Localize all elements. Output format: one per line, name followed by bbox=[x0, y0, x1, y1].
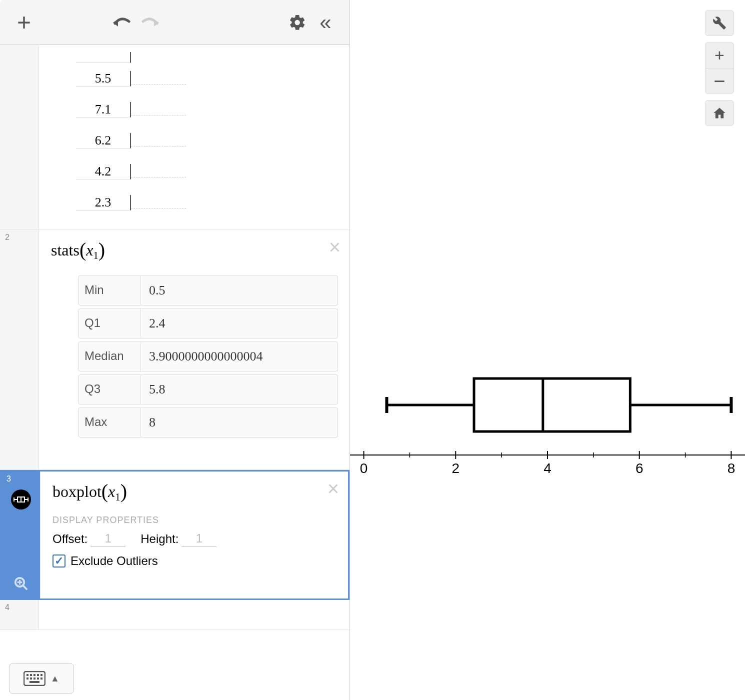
table-cell[interactable]: 7.1 bbox=[76, 102, 131, 118]
stat-value: 3.9000000000000004 bbox=[141, 342, 338, 372]
boxplot-icon[interactable] bbox=[11, 490, 31, 510]
svg-rect-18 bbox=[26, 678, 28, 680]
stats-expression[interactable]: stats(x1) bbox=[51, 237, 340, 262]
expression-list: 5.5 7.1 6.2 4.2 2.3 2 × stats(x1) bbox=[0, 45, 350, 700]
svg-rect-23 bbox=[30, 681, 40, 683]
zoom-fit-icon[interactable] bbox=[14, 576, 28, 594]
wrench-button[interactable] bbox=[705, 10, 734, 36]
stat-value: 5.8 bbox=[141, 374, 338, 404]
add-button[interactable]: + bbox=[10, 8, 38, 36]
table-cell[interactable]: 4.2 bbox=[76, 164, 131, 180]
svg-text:0: 0 bbox=[360, 460, 368, 476]
svg-text:4: 4 bbox=[544, 460, 552, 476]
svg-rect-14 bbox=[30, 674, 32, 676]
svg-rect-17 bbox=[40, 674, 42, 676]
stat-label: Q1 bbox=[78, 308, 141, 338]
row-number: 4 bbox=[5, 603, 10, 612]
row-number: 2 bbox=[5, 233, 10, 242]
empty-row[interactable]: 4 bbox=[0, 600, 350, 630]
stat-label: Median bbox=[78, 342, 141, 372]
offset-input[interactable] bbox=[90, 530, 126, 547]
undo-button[interactable] bbox=[108, 8, 136, 36]
svg-text:6: 6 bbox=[636, 460, 644, 476]
stat-value: 0.5 bbox=[141, 276, 338, 306]
stat-value: 8 bbox=[141, 408, 338, 438]
svg-text:2: 2 bbox=[452, 460, 460, 476]
boxplot-chart: 02468 bbox=[350, 0, 745, 700]
exclude-outliers-label: Exclude Outliers bbox=[70, 554, 158, 568]
svg-rect-21 bbox=[37, 678, 39, 680]
offset-label: Offset: bbox=[52, 532, 88, 546]
svg-rect-19 bbox=[30, 678, 32, 680]
svg-rect-43 bbox=[474, 378, 630, 432]
boxplot-expression[interactable]: boxplot(x1) bbox=[52, 478, 338, 503]
exclude-outliers-checkbox[interactable]: ✓ bbox=[52, 554, 66, 568]
keyboard-toggle[interactable]: ▲ bbox=[9, 663, 74, 694]
svg-rect-15 bbox=[34, 674, 36, 676]
stat-label: Min bbox=[78, 276, 141, 306]
table-cell[interactable]: 2.3 bbox=[76, 195, 131, 210]
display-properties-title: DISPLAY PROPERTIES bbox=[52, 515, 338, 526]
stat-label: Q3 bbox=[78, 374, 141, 404]
svg-rect-20 bbox=[34, 678, 36, 680]
svg-rect-13 bbox=[26, 674, 28, 676]
home-button[interactable] bbox=[705, 100, 734, 126]
svg-rect-22 bbox=[40, 678, 42, 680]
collapse-button[interactable]: « bbox=[312, 8, 340, 36]
table-cell[interactable]: 5.5 bbox=[76, 71, 131, 86]
toolbar: + « bbox=[0, 0, 350, 45]
zoom-in-button[interactable]: + bbox=[705, 42, 734, 68]
data-table: 5.5 7.1 6.2 4.2 2.3 bbox=[76, 52, 340, 218]
redo-button[interactable] bbox=[136, 8, 164, 36]
svg-rect-16 bbox=[37, 674, 39, 676]
table-cell[interactable]: 6.2 bbox=[76, 133, 131, 148]
stats-table: Min0.5 Q12.4 Median3.9000000000000004 Q3… bbox=[78, 276, 338, 438]
close-icon[interactable]: × bbox=[328, 478, 339, 498]
stat-label: Max bbox=[78, 408, 141, 438]
svg-marker-0 bbox=[113, 20, 118, 26]
svg-text:8: 8 bbox=[728, 460, 736, 476]
settings-button[interactable] bbox=[284, 8, 312, 36]
svg-line-9 bbox=[22, 586, 26, 590]
height-label: Height: bbox=[140, 532, 178, 546]
table-row[interactable]: 5.5 7.1 6.2 4.2 2.3 bbox=[0, 45, 350, 230]
row-number: 3 bbox=[6, 474, 11, 484]
graph-area[interactable]: + − 02468 bbox=[350, 0, 745, 700]
boxplot-row[interactable]: 3 × boxplot(x1) DISPLAY PROPERTIES bbox=[0, 470, 350, 600]
svg-marker-1 bbox=[154, 20, 159, 26]
zoom-out-button[interactable]: − bbox=[705, 68, 734, 94]
close-icon[interactable]: × bbox=[329, 237, 340, 257]
stat-value: 2.4 bbox=[141, 308, 338, 338]
stats-row[interactable]: 2 × stats(x1) Min0.5 Q12.4 Median3.90000… bbox=[0, 230, 350, 470]
height-input[interactable] bbox=[182, 530, 216, 547]
